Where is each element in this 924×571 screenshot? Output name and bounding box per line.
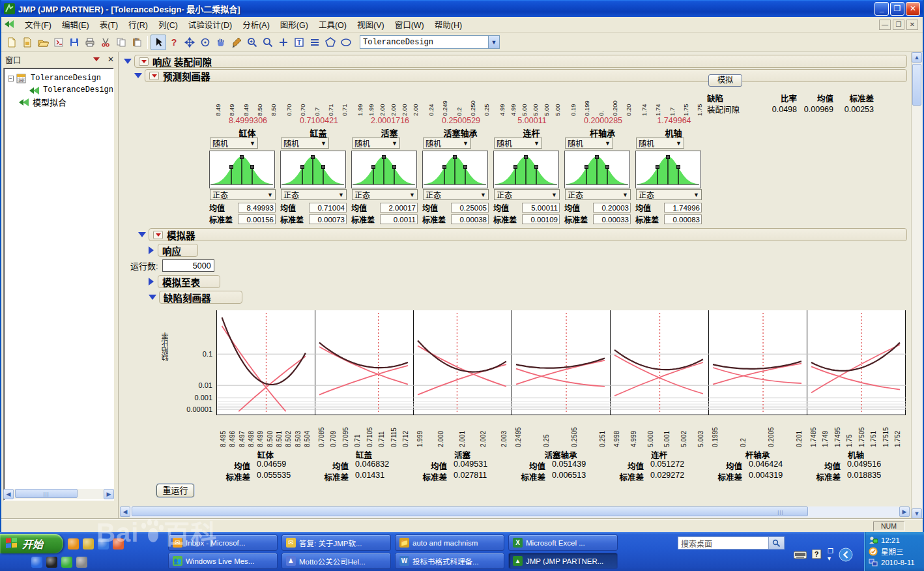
defect-plot-机轴[interactable] bbox=[807, 310, 906, 415]
distribution-plot[interactable] bbox=[635, 151, 701, 188]
annotate-tool-button[interactable]: T bbox=[291, 35, 307, 50]
document-vertical-scrollbar[interactable]: ▲ ▼ bbox=[911, 52, 923, 519]
distribution-plot[interactable] bbox=[564, 151, 630, 188]
mean-input[interactable] bbox=[593, 203, 631, 212]
mean-input[interactable] bbox=[451, 203, 489, 212]
taskbar-button-jmp-jmp-partner-[interactable]: ▲JMP (JMP PARTNER... bbox=[508, 553, 618, 569]
red-triangle-menu-icon[interactable] bbox=[153, 231, 163, 239]
tree-item-1[interactable]: −JMPToleranceDesign bbox=[5, 72, 112, 84]
random-dropdown[interactable]: 随机▼ bbox=[636, 138, 684, 149]
panel-menu-icon[interactable] bbox=[93, 57, 100, 61]
mail-quicklaunch-icon[interactable] bbox=[83, 538, 94, 549]
random-dropdown[interactable]: 随机▼ bbox=[352, 138, 400, 149]
magnifier-tool-button[interactable] bbox=[260, 35, 276, 50]
mean-input[interactable] bbox=[238, 203, 276, 212]
random-dropdown[interactable]: 随机▼ bbox=[565, 138, 613, 149]
sd-input[interactable] bbox=[451, 214, 489, 224]
sd-input[interactable] bbox=[380, 214, 418, 224]
distribution-plot[interactable] bbox=[493, 151, 559, 188]
menu-item-3[interactable]: 表(T) bbox=[94, 16, 123, 33]
distribution-dropdown[interactable]: 正态▼ bbox=[565, 189, 631, 200]
disclosure-triangle-defect-profiler[interactable] bbox=[149, 295, 156, 300]
rerun-button[interactable]: 重运行 bbox=[156, 484, 194, 497]
menu-item-4[interactable]: 行(R) bbox=[123, 16, 153, 33]
panel-close-icon[interactable]: ✕ bbox=[108, 55, 114, 64]
disclosure-triangle-simulator[interactable] bbox=[138, 232, 146, 237]
disclosure-triangle-profiler[interactable] bbox=[134, 73, 142, 78]
network-tray-icon[interactable] bbox=[869, 558, 878, 567]
defect-plot-活塞轴承[interactable] bbox=[512, 310, 611, 415]
user-status-tray-icon[interactable] bbox=[869, 536, 878, 545]
distribution-plot[interactable] bbox=[351, 151, 417, 188]
random-dropdown[interactable]: 随机▼ bbox=[494, 138, 542, 149]
defect-plot-活塞[interactable] bbox=[414, 310, 512, 415]
messenger-tray-icon[interactable] bbox=[869, 547, 878, 556]
menu-item-8[interactable]: 图形(G) bbox=[275, 16, 313, 33]
disclosure-triangle-sim-to-table[interactable] bbox=[149, 278, 154, 286]
defect-plot-连杆[interactable] bbox=[611, 310, 709, 415]
line-width-tool-button[interactable] bbox=[307, 35, 323, 50]
move-tool-button[interactable] bbox=[182, 35, 197, 50]
run-script-button[interactable] bbox=[51, 35, 66, 50]
polygon-tool-button[interactable] bbox=[323, 35, 338, 50]
menu-item-2[interactable]: 编辑(E) bbox=[57, 16, 94, 33]
help-tray-icon[interactable]: ? bbox=[812, 549, 822, 560]
sd-input[interactable] bbox=[522, 214, 560, 224]
disclosure-triangle-response[interactable] bbox=[124, 59, 132, 64]
distribution-dropdown[interactable]: 正态▼ bbox=[636, 189, 702, 200]
menu-item-10[interactable]: 视图(V) bbox=[352, 16, 390, 33]
brush-tool-button[interactable] bbox=[229, 35, 244, 50]
open-button[interactable] bbox=[35, 35, 51, 50]
new-journal-button[interactable] bbox=[20, 35, 35, 50]
distribution-plot[interactable] bbox=[209, 151, 275, 188]
tree-item-2[interactable]: ToleranceDesign bbox=[5, 84, 112, 96]
print-button[interactable] bbox=[82, 35, 98, 50]
mdi-restore-button[interactable]: ❐ bbox=[893, 20, 904, 30]
defect-plot-缸盖[interactable] bbox=[315, 310, 414, 415]
sd-input[interactable] bbox=[238, 214, 276, 224]
mdi-minimize-button[interactable]: — bbox=[879, 20, 891, 30]
arrow-tool-button[interactable] bbox=[151, 35, 166, 50]
plus-tool-button[interactable] bbox=[276, 35, 291, 50]
grabber-tool-button[interactable] bbox=[213, 35, 229, 50]
menu-item-1[interactable]: 文件(F) bbox=[20, 16, 57, 33]
defect-plot-杆轴承[interactable] bbox=[709, 310, 807, 415]
cut-button[interactable] bbox=[98, 35, 113, 50]
keyboard-tray-icon[interactable] bbox=[794, 550, 807, 559]
mean-input[interactable] bbox=[522, 203, 560, 212]
scroll-right-icon[interactable]: ▶ bbox=[899, 506, 910, 517]
taskbar-button-microsoft-excel-[interactable]: XMicrosoft Excel ... bbox=[508, 534, 618, 551]
sd-input[interactable] bbox=[309, 214, 347, 224]
mean-input[interactable] bbox=[664, 203, 702, 212]
distribution-dropdown[interactable]: 正态▼ bbox=[423, 189, 489, 200]
media-quicklaunch-icon[interactable] bbox=[113, 538, 124, 549]
taskbar-button-windows-live-mes-[interactable]: 👥Windows Live Mes... bbox=[168, 553, 278, 569]
collapse-tray-icon[interactable] bbox=[839, 548, 853, 562]
menu-item-12[interactable]: 帮助(H) bbox=[429, 16, 467, 33]
taskbar-button-投标书格式科理备-[interactable]: W投标书格式科理备... bbox=[395, 553, 504, 569]
distribution-dropdown[interactable]: 正态▼ bbox=[352, 189, 418, 200]
sd-input[interactable] bbox=[593, 214, 631, 224]
red-triangle-menu-icon[interactable] bbox=[139, 57, 149, 66]
taskbar-button-motto公关公司hel-[interactable]: ♟Motto公关公司Hel... bbox=[282, 553, 391, 569]
random-dropdown[interactable]: 随机▼ bbox=[423, 138, 471, 149]
search-input[interactable] bbox=[678, 536, 769, 549]
distribution-dropdown[interactable]: 正态▼ bbox=[210, 189, 276, 200]
close-button[interactable]: ✕ bbox=[906, 2, 920, 16]
mdi-close-button[interactable]: ✕ bbox=[906, 20, 918, 30]
disclosure-triangle-response-inner[interactable] bbox=[149, 246, 154, 254]
document-horizontal-scrollbar[interactable]: ◀ ||| ▶ bbox=[120, 506, 910, 518]
paste-button[interactable] bbox=[129, 35, 145, 50]
distribution-dropdown[interactable]: 正态▼ bbox=[494, 189, 560, 200]
menu-item-7[interactable]: 分析(A) bbox=[237, 16, 275, 33]
search-icon[interactable] bbox=[769, 536, 785, 549]
distribution-plot[interactable] bbox=[422, 151, 488, 188]
chevron-down-icon[interactable]: ▼ bbox=[488, 36, 499, 48]
crosshair-tool-button[interactable] bbox=[197, 35, 213, 50]
messenger-quicklaunch-icon[interactable] bbox=[68, 538, 79, 549]
scroll-right-icon[interactable]: ▶ bbox=[104, 489, 114, 499]
qq-quicklaunch-icon[interactable] bbox=[46, 557, 57, 568]
mean-input[interactable] bbox=[309, 203, 347, 212]
distribution-dropdown[interactable]: 正态▼ bbox=[281, 189, 347, 200]
restore-tray-icon[interactable]: ❐▾ bbox=[828, 548, 833, 562]
